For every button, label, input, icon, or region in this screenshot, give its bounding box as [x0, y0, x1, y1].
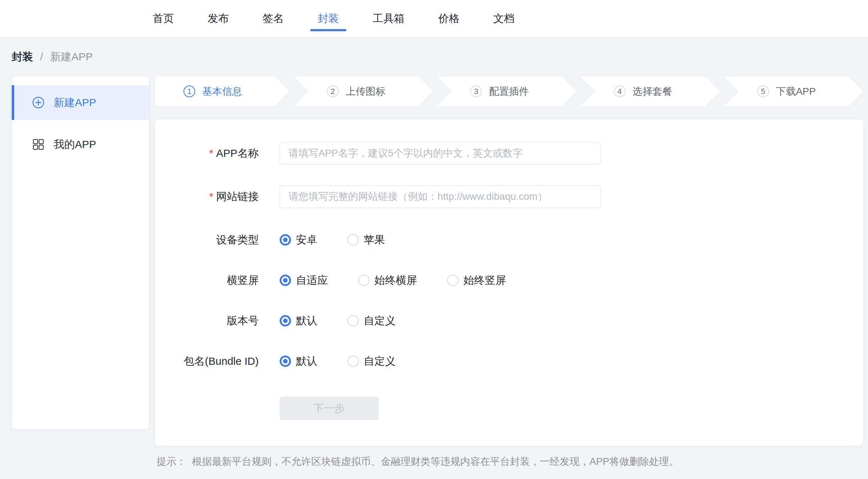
radio-unselected-icon	[358, 275, 369, 286]
nav-item-toolbox[interactable]: 工具箱	[373, 11, 405, 26]
grid-icon	[32, 138, 44, 150]
form-row-bundle-id: 包名(Bundle ID) 默认 自定义	[155, 350, 863, 373]
form-row-orientation: 横竖屏 自适应 始终横屏 始终竖屏	[155, 269, 863, 292]
radio-auto-orientation[interactable]: 自适应	[280, 273, 328, 288]
nav-item-sign[interactable]: 签名	[263, 11, 284, 26]
form-row-app-name: *APP名称	[155, 142, 863, 165]
step-basic-info[interactable]: 1 基本信息	[155, 76, 290, 106]
step-label: 选择套餐	[633, 85, 672, 98]
plus-circle-icon	[32, 97, 44, 109]
sidebar-item-my-app[interactable]: 我的APP	[12, 127, 149, 162]
nav-item-package[interactable]: 封装	[318, 11, 339, 26]
site-url-input[interactable]	[280, 185, 601, 208]
main-content: 1 基本信息 2 上传图标 3 配置插件 4 选择套餐 5 下载APP	[155, 76, 863, 468]
form-row-site-url: *网站链接	[155, 185, 863, 208]
stepper: 1 基本信息 2 上传图标 3 配置插件 4 选择套餐 5 下载APP	[155, 76, 863, 106]
nav-item-publish[interactable]: 发布	[208, 11, 229, 26]
radio-unselected-icon	[347, 356, 359, 367]
breadcrumb-separator: /	[40, 51, 43, 63]
step-label: 配置插件	[489, 85, 529, 98]
nav-item-pricing[interactable]: 价格	[438, 11, 460, 26]
orientation-radio-group: 自适应 始终横屏 始终竖屏	[280, 273, 536, 288]
form-card: *APP名称 *网站链接 设备类型 安卓	[155, 120, 863, 446]
radio-version-custom[interactable]: 自定义	[347, 314, 396, 328]
radio-always-landscape[interactable]: 始终横屏	[358, 273, 417, 288]
radio-bundle-default[interactable]: 默认	[280, 354, 317, 369]
radio-selected-icon	[280, 234, 291, 246]
step-choose-plan[interactable]: 4 选择套餐	[580, 76, 720, 106]
radio-android[interactable]: 安卓	[280, 233, 317, 247]
sidebar: 新建APP 我的APP	[12, 76, 149, 429]
top-nav: 首页 发布 签名 封装 工具箱 价格 文档	[0, 0, 868, 37]
tip-text: 提示：根据最新平台规则，不允许区块链虚拟币、金融理财类等违规内容在平台封装，一经…	[156, 455, 863, 468]
step-download-app[interactable]: 5 下载APP	[724, 76, 863, 106]
radio-unselected-icon	[347, 315, 359, 326]
breadcrumb-current-page: 新建APP	[50, 50, 93, 64]
breadcrumb-section[interactable]: 封装	[12, 50, 33, 64]
step-number: 5	[757, 86, 769, 97]
tip-body: 根据最新平台规则，不允许区块链虚拟币、金融理财类等违规内容在平台封装，一经发现，…	[192, 456, 679, 467]
radio-unselected-icon	[347, 234, 359, 246]
site-url-label: *网站链接	[155, 189, 259, 204]
bundle-id-radio-group: 默认 自定义	[280, 354, 426, 369]
app-name-input[interactable]	[280, 142, 601, 165]
step-configure-plugins[interactable]: 3 配置插件	[436, 76, 576, 106]
required-mark: *	[209, 147, 213, 159]
device-type-label: 设备类型	[155, 233, 259, 247]
nav-item-docs[interactable]: 文档	[493, 11, 515, 26]
step-label: 基本信息	[202, 85, 242, 98]
step-number: 2	[327, 86, 339, 97]
device-type-radio-group: 安卓 苹果	[280, 233, 415, 247]
radio-selected-icon	[280, 356, 291, 367]
step-number: 3	[470, 86, 482, 97]
required-mark: *	[209, 191, 213, 202]
radio-unselected-icon	[447, 275, 458, 286]
radio-selected-icon	[280, 275, 291, 286]
content-layout: 新建APP 我的APP 1 基本信息	[0, 76, 868, 468]
version-label: 版本号	[155, 314, 259, 328]
breadcrumb: 封装 / 新建APP	[0, 37, 868, 76]
nav-items: 首页 发布 签名 封装 工具箱 价格 文档	[153, 11, 515, 26]
step-label: 下载APP	[776, 85, 816, 98]
step-label: 上传图标	[346, 85, 385, 98]
tip-label: 提示：	[156, 456, 186, 467]
orientation-label: 横竖屏	[155, 273, 259, 288]
sidebar-item-label: 我的APP	[54, 137, 96, 152]
form-row-device-type: 设备类型 安卓 苹果	[155, 229, 863, 251]
next-step-button[interactable]: 下一步	[280, 397, 379, 420]
nav-item-home[interactable]: 首页	[153, 11, 174, 26]
sidebar-item-label: 新建APP	[54, 95, 96, 110]
step-number: 1	[183, 86, 195, 97]
version-radio-group: 默认 自定义	[280, 314, 426, 328]
step-upload-icon[interactable]: 2 上传图标	[293, 76, 433, 106]
page: 首页 发布 签名 封装 工具箱 价格 文档 封装 / 新建APP	[0, 0, 868, 479]
radio-version-default[interactable]: 默认	[280, 314, 317, 328]
form-row-version: 版本号 默认 自定义	[155, 309, 863, 332]
radio-bundle-custom[interactable]: 自定义	[347, 354, 396, 369]
radio-selected-icon	[280, 315, 291, 326]
radio-always-portrait[interactable]: 始终竖屏	[447, 273, 506, 288]
step-number: 4	[614, 86, 626, 97]
bundle-id-label: 包名(Bundle ID)	[155, 354, 259, 369]
app-name-label: *APP名称	[155, 146, 259, 161]
radio-ios[interactable]: 苹果	[347, 233, 385, 247]
sidebar-item-new-app[interactable]: 新建APP	[12, 85, 149, 120]
